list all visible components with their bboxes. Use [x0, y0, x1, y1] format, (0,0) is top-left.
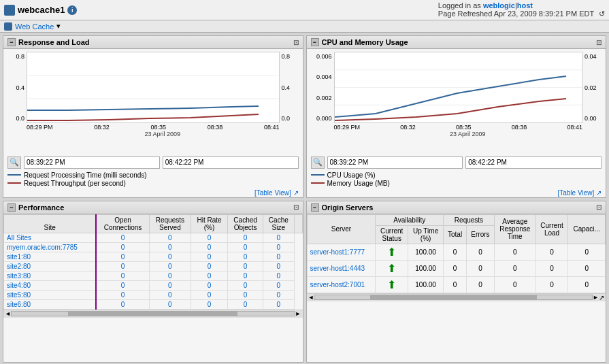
origin-resize-handle[interactable]: ↗ — [599, 294, 604, 301]
host[interactable]: host — [517, 1, 533, 10]
perf-cached-3[interactable]: 0 — [228, 261, 263, 271]
collapse-icon[interactable]: − — [7, 38, 16, 46]
perf-open-0[interactable]: 0 — [96, 233, 149, 242]
cpu-time-range-bar: 🔍 — [307, 155, 606, 170]
origin-scroll-left-arrow[interactable]: ◄ — [308, 294, 314, 301]
perf-hit-5[interactable]: 0 — [191, 280, 228, 290]
perf-requests-3[interactable]: 0 — [149, 261, 191, 271]
response-load-panel: − Response and Load ⊡ 0.8 0.4 0.0 — [3, 35, 303, 198]
origin-server-1[interactable]: server-host1:4443 — [307, 260, 376, 276]
perf-requests-6[interactable]: 0 — [149, 290, 191, 299]
cpu-magnify-button[interactable]: 🔍 — [311, 156, 325, 169]
perf-site-3[interactable]: site2:80 — [4, 261, 97, 271]
perf-hit-1[interactable]: 0 — [191, 242, 228, 252]
cpu-time-to-input[interactable] — [465, 156, 602, 169]
origin-h-scrollbar[interactable]: ◄ ► ↗ — [307, 293, 606, 301]
expand-icon[interactable]: ⊡ — [293, 39, 299, 46]
time-to-input[interactable] — [163, 156, 299, 169]
perf-hit-7[interactable]: 0 — [191, 299, 228, 309]
perf-cache-size-3[interactable]: 0 — [263, 261, 294, 271]
scroll-right-arrow[interactable]: ► — [295, 310, 301, 317]
perf-requests-1[interactable]: 0 — [149, 242, 191, 252]
perf-open-6[interactable]: 0 — [96, 290, 149, 299]
perf-cache-size-0[interactable]: 0 — [263, 233, 294, 242]
info-icon[interactable]: i — [67, 5, 77, 15]
perf-collapse-icon[interactable]: − — [7, 203, 16, 212]
perf-cache-size-2[interactable]: 0 — [263, 252, 294, 261]
y-label-1: 0.4 — [7, 84, 24, 91]
table-view-link[interactable]: [Table View] ↗ — [3, 188, 303, 197]
origin-scroll-right-arrow[interactable]: ► — [593, 294, 599, 301]
perf-open-5[interactable]: 0 — [96, 280, 149, 290]
perf-cache-size-5[interactable]: 0 — [263, 280, 294, 290]
perf-requests-5[interactable]: 0 — [149, 280, 191, 290]
origin-server-2[interactable]: server-host2:7001 — [307, 276, 376, 293]
perf-cached-7[interactable]: 0 — [228, 299, 263, 309]
refresh-icon[interactable]: ↺ — [599, 10, 605, 18]
origin-capacity-2: 0 — [568, 276, 606, 293]
perf-col-site: Site — [4, 214, 97, 233]
perf-hit-6[interactable]: 0 — [191, 290, 228, 299]
perf-requests-0[interactable]: 0 — [149, 233, 191, 242]
perf-open-4[interactable]: 0 — [96, 271, 149, 280]
perf-cached-5[interactable]: 0 — [228, 280, 263, 290]
header-left: webcache1 i — [4, 5, 77, 16]
time-from-input[interactable] — [24, 156, 160, 169]
perf-cached-0[interactable]: 0 — [228, 233, 263, 242]
dropdown-arrow[interactable]: ▾ — [56, 22, 61, 31]
perf-site-7[interactable]: site6:80 — [4, 299, 97, 309]
perf-open-1[interactable]: 0 — [96, 242, 149, 252]
perf-cached-6[interactable]: 0 — [228, 290, 263, 299]
perf-requests-7[interactable]: 0 — [149, 299, 191, 309]
perf-open-2[interactable]: 0 — [96, 252, 149, 261]
cpu-table-view-link[interactable]: [Table View] ↗ — [307, 188, 606, 197]
cpu-table-view-text[interactable]: [Table View] — [557, 189, 594, 197]
perf-cache-size-7[interactable]: 0 — [263, 299, 294, 309]
perf-table-row: All Sites 0 0 0 0 0 — [4, 233, 303, 242]
origin-scroll-thumb[interactable] — [370, 295, 537, 299]
perf-site-2[interactable]: site1:80 — [4, 252, 97, 261]
perf-hit-2[interactable]: 0 — [191, 252, 228, 261]
cpu-legend-line-0 — [311, 174, 325, 176]
origin-scroll-track[interactable] — [314, 295, 593, 300]
perf-site-0[interactable]: All Sites — [4, 233, 97, 242]
origin-expand-icon[interactable]: ⊡ — [596, 203, 602, 211]
perf-h-scrollbar[interactable]: ◄ ► — [3, 310, 303, 318]
resize-handle[interactable]: ↗ — [293, 189, 299, 197]
table-view-text[interactable]: [Table View] — [254, 189, 291, 197]
perf-cache-size-1[interactable]: 0 — [263, 242, 294, 252]
cpu-collapse-icon[interactable]: − — [311, 38, 319, 46]
origin-status-0: ⬆ — [376, 244, 408, 260]
perf-site-4[interactable]: site3:80 — [4, 271, 97, 280]
cpu-resize-handle[interactable]: ↗ — [596, 189, 602, 197]
perf-hit-3[interactable]: 0 — [191, 261, 228, 271]
perf-site-6[interactable]: site5:80 — [4, 290, 97, 299]
perf-scroll-thumb[interactable] — [68, 312, 237, 316]
perf-open-3[interactable]: 0 — [96, 261, 149, 271]
perf-site-1[interactable]: myem.oracle.com:7785 — [4, 242, 97, 252]
performance-table: Site OpenConnections RequestsServed Hit … — [3, 214, 303, 310]
origin-server-0[interactable]: server-host1:7777 — [307, 244, 376, 260]
username[interactable]: weblogic — [483, 1, 515, 10]
scroll-left-arrow[interactable]: ◄ — [5, 310, 11, 317]
origin-uptime-1: 100.00 — [408, 260, 444, 276]
perf-hit-4[interactable]: 0 — [191, 271, 228, 280]
perf-expand-icon[interactable]: ⊡ — [293, 203, 299, 211]
perf-cache-size-6[interactable]: 0 — [263, 290, 294, 299]
perf-requests-4[interactable]: 0 — [149, 271, 191, 280]
origin-collapse-icon[interactable]: − — [311, 203, 319, 212]
magnify-button[interactable]: 🔍 — [7, 156, 21, 169]
cpu-expand-icon[interactable]: ⊡ — [596, 39, 602, 46]
perf-cached-2[interactable]: 0 — [228, 252, 263, 261]
perf-scroll-track[interactable] — [11, 311, 295, 316]
perf-requests-2[interactable]: 0 — [149, 252, 191, 261]
perf-cached-4[interactable]: 0 — [228, 271, 263, 280]
perf-site-5[interactable]: site4:80 — [4, 280, 97, 290]
menu-label[interactable]: Web Cache — [15, 22, 54, 31]
perf-hit-0[interactable]: 0 — [191, 233, 228, 242]
perf-open-7[interactable]: 0 — [96, 299, 149, 309]
perf-cache-size-4[interactable]: 0 — [263, 271, 294, 280]
cpu-time-from-input[interactable] — [327, 156, 463, 169]
r-label-2: 0.0 — [282, 115, 299, 122]
perf-cached-1[interactable]: 0 — [228, 242, 263, 252]
